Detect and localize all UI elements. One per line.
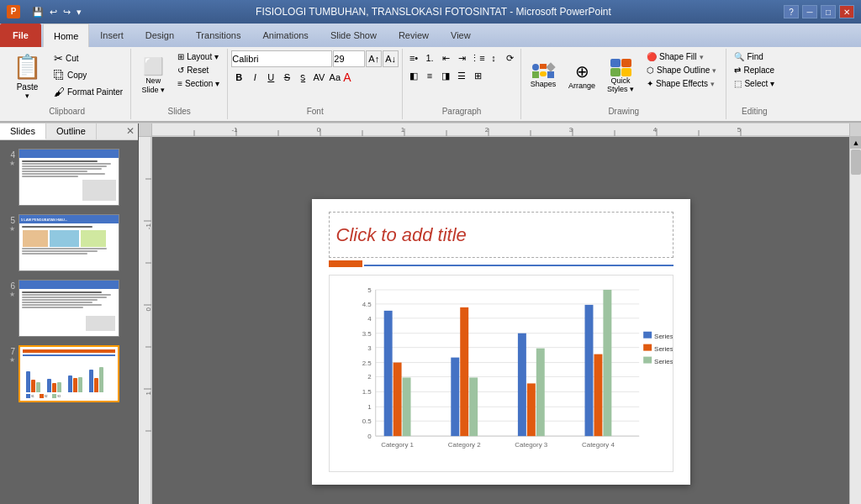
tab-animations[interactable]: Animations <box>251 24 319 47</box>
slide-star-4: ★ <box>9 160 15 167</box>
tab-design[interactable]: Design <box>135 24 185 47</box>
smart-art-btn[interactable]: ⊞ <box>470 68 485 83</box>
paste-button[interactable]: 📋 Paste ▾ <box>7 50 48 102</box>
underline-button[interactable]: U <box>263 70 278 85</box>
scroll-track-v[interactable] <box>850 149 861 504</box>
align-center-btn[interactable]: ≡ <box>422 68 437 83</box>
outline-tab[interactable]: Outline <box>46 123 97 139</box>
decrease-font-btn[interactable]: A↓ <box>383 50 399 67</box>
content-area: -1 0 1 2 3 4 5 <box>139 123 861 504</box>
tab-slideshow[interactable]: Slide Show <box>320 24 388 47</box>
new-slide-button[interactable]: ⬜ NewSlide ▾ <box>135 50 172 101</box>
paragraph-row2: ◧ ≡ ◨ ☰ ⊞ <box>406 68 485 83</box>
layout-button[interactable]: ⊞ Layout ▾ <box>173 50 224 63</box>
customize-qa-btn[interactable]: ▾ <box>75 7 83 18</box>
slides-panel-close[interactable]: ✕ <box>126 125 135 137</box>
italic-button[interactable]: I <box>247 70 262 85</box>
shadow-button[interactable]: S̲ <box>295 70 310 85</box>
reset-button[interactable]: ↺ Reset <box>173 64 224 76</box>
section-arrow: ▾ <box>215 79 219 88</box>
font-size-input[interactable] <box>333 50 365 67</box>
justify-btn[interactable]: ☰ <box>454 68 469 83</box>
ruler-v-svg: -1 0 1 <box>139 137 152 504</box>
svg-rect-76 <box>643 332 652 339</box>
cut-button[interactable]: ✂ Cut <box>50 50 127 66</box>
font-name-input[interactable] <box>231 50 332 67</box>
slide-thumb-4[interactable]: 4 ★ <box>3 147 135 207</box>
scroll-thumb-v[interactable] <box>851 150 861 175</box>
save-qa-btn[interactable]: 💾 <box>30 7 45 18</box>
shape-fill-button[interactable]: 🔴 Shape Fill ▾ <box>641 50 722 63</box>
select-button[interactable]: ⬚ Select ▾ <box>730 77 779 90</box>
slide-title-placeholder[interactable]: Click to add title <box>329 212 673 258</box>
undo-qa-btn[interactable]: ↩ <box>48 7 59 18</box>
slide-thumb-7[interactable]: 7 ★ <box>3 344 135 404</box>
maximize-btn[interactable]: □ <box>821 5 836 18</box>
shape-outline-button[interactable]: ⬡ Shape Outline ▾ <box>641 64 722 76</box>
decrease-indent-btn[interactable]: ⇤ <box>438 50 453 66</box>
columns-btn[interactable]: ⋮≡ <box>470 50 485 66</box>
title-bar-left: P 💾 ↩ ↪ ▾ <box>7 5 83 18</box>
slide-image-7: S1 S2 S3 <box>18 345 119 402</box>
bullets-button[interactable]: ≡• <box>406 50 421 66</box>
change-case-button[interactable]: Aa <box>327 70 342 85</box>
align-right-btn[interactable]: ◨ <box>438 68 453 83</box>
slide-num-4: 4 <box>5 149 15 160</box>
slides-small-btns: ⊞ Layout ▾ ↺ Reset ≡ Section ▾ <box>173 50 224 90</box>
increase-font-btn[interactable]: A↑ <box>366 50 382 67</box>
section-label: Section <box>185 79 213 88</box>
close-btn[interactable]: ✕ <box>839 5 854 18</box>
tab-insert[interactable]: Insert <box>89 24 135 47</box>
tab-home[interactable]: Home <box>43 24 89 47</box>
select-arrow: ▾ <box>770 79 774 88</box>
bold-button[interactable]: B <box>231 70 246 85</box>
svg-text:5: 5 <box>737 126 742 134</box>
shapes-label: Shapes <box>531 80 557 88</box>
slide-thumb-5[interactable]: 5 ★ 5 LAW PENGUBATAN HIAU... <box>3 213 135 273</box>
scroll-up-btn[interactable]: ▲ <box>850 137 861 149</box>
minimize-btn[interactable]: ─ <box>802 5 817 18</box>
chart-container[interactable]: 0 0.5 1 1.5 2 2.5 3 3.5 4 4.5 5 <box>329 275 673 472</box>
char-spacing-button[interactable]: AV <box>311 70 326 85</box>
svg-text:0: 0 <box>145 307 152 311</box>
numbering-button[interactable]: 1. <box>422 50 437 66</box>
ruler-h-svg: -1 0 1 2 3 4 5 <box>152 123 849 137</box>
section-button[interactable]: ≡ Section ▾ <box>173 77 224 90</box>
tab-file[interactable]: File <box>0 24 41 47</box>
slide-image-6 <box>18 280 119 337</box>
tab-review[interactable]: Review <box>388 24 440 47</box>
find-icon: 🔍 <box>734 52 744 61</box>
app-icon: P <box>7 5 20 18</box>
shapes-button[interactable]: Shapes <box>525 50 562 101</box>
tab-transitions[interactable]: Transitions <box>185 24 251 47</box>
text-direction-btn[interactable]: ⟳ <box>502 50 517 66</box>
shape-effects-button[interactable]: ✦ Shape Effects ▾ <box>641 77 722 90</box>
arrange-icon: ⊕ <box>575 61 589 81</box>
slide-thumb-6[interactable]: 6 ★ <box>3 278 135 339</box>
arrange-button[interactable]: ⊕ Arrange <box>563 50 600 101</box>
tab-view[interactable]: View <box>440 24 482 47</box>
window-controls[interactable]: ? ─ □ ✕ <box>784 5 854 18</box>
redo-qa-btn[interactable]: ↪ <box>61 7 72 18</box>
strikethrough-button[interactable]: S <box>279 70 294 85</box>
scrollbar-vertical[interactable]: ▲ ▼ <box>849 137 861 504</box>
help-btn[interactable]: ? <box>784 5 799 18</box>
quick-styles-icon <box>610 59 631 76</box>
quick-styles-button[interactable]: QuickStyles ▾ <box>602 50 639 101</box>
line-spacing-btn[interactable]: ↕ <box>486 50 501 66</box>
copy-button[interactable]: ⿻ Copy <box>50 67 127 83</box>
ribbon-content: 📋 Paste ▾ ✂ Cut ⿻ Copy 🖌 Format P <box>0 47 861 123</box>
svg-text:3.5: 3.5 <box>362 330 372 338</box>
format-painter-button[interactable]: 🖌 Format Painter <box>50 84 127 100</box>
mini-text-6 <box>19 291 119 310</box>
slides-tab[interactable]: Slides <box>0 123 46 139</box>
find-button[interactable]: 🔍 Find <box>730 50 779 63</box>
ribbon-group-drawing: Shapes ⊕ Arrange QuickStyles ▾ <box>521 49 726 119</box>
mini-text-5 <box>19 225 119 256</box>
mini-slide-6 <box>19 281 119 336</box>
slide-canvas-area[interactable]: Click to add title <box>152 137 849 504</box>
increase-indent-btn[interactable]: ⇥ <box>454 50 469 66</box>
font-color-button[interactable]: A <box>343 71 351 84</box>
align-left-btn[interactable]: ◧ <box>406 68 421 83</box>
replace-button[interactable]: ⇄ Replace <box>730 64 779 76</box>
